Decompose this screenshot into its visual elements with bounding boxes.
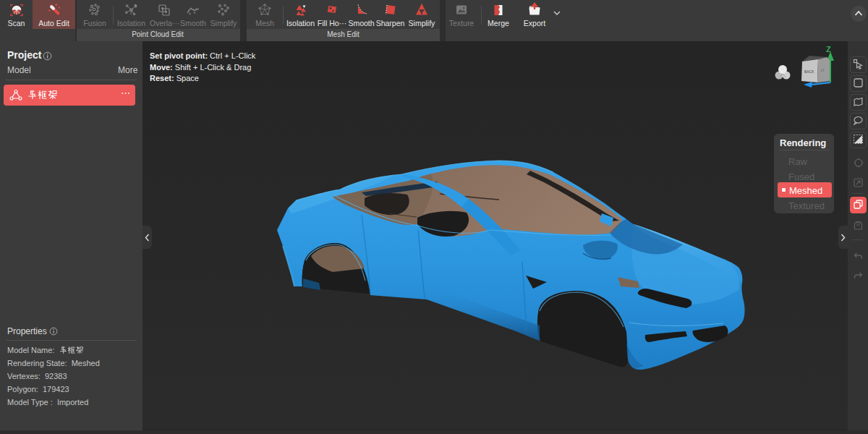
svg-text:LT: LT [821, 69, 825, 72]
svg-text:BACK: BACK [804, 69, 814, 74]
